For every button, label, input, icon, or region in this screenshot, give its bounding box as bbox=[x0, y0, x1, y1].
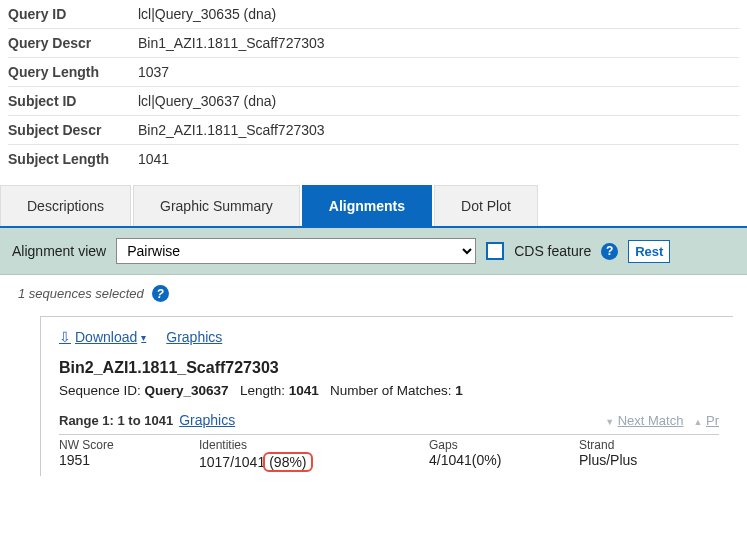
cds-feature-checkbox[interactable] bbox=[486, 242, 504, 260]
length-label: Length: bbox=[240, 383, 289, 398]
alignment-view-label: Alignment view bbox=[12, 243, 106, 259]
stat-gaps: Gaps 4/1041(0%) bbox=[429, 438, 579, 472]
subject-descr-value: Bin2_AZI1.1811_Scaff727303 bbox=[138, 122, 739, 138]
download-link[interactable]: ⇩ Download ▾ bbox=[59, 329, 146, 345]
meta-row-subject-id: Subject ID lcl|Query_30637 (dna) bbox=[8, 87, 739, 116]
subject-id-label: Subject ID bbox=[8, 93, 138, 109]
identities-fraction: 1017/1041 bbox=[199, 454, 265, 470]
tabs: Descriptions Graphic Summary Alignments … bbox=[0, 185, 747, 228]
next-match-group: ▼ Next Match bbox=[605, 413, 683, 428]
sequence-meta: Sequence ID: Query_30637 Length: 1041 Nu… bbox=[59, 383, 719, 398]
strand-label: Strand bbox=[579, 438, 719, 452]
matches-value: 1 bbox=[455, 383, 463, 398]
length-value: 1041 bbox=[289, 383, 319, 398]
cds-feature-label: CDS feature bbox=[514, 243, 591, 259]
alignment-stats: NW Score 1951 Identities 1017/1041(98%) … bbox=[59, 434, 719, 472]
meta-row-subject-descr: Subject Descr Bin2_AZI1.1811_Scaff727303 bbox=[8, 116, 739, 145]
query-id-label: Query ID bbox=[8, 6, 138, 22]
metadata-table: Query ID lcl|Query_30635 (dna) Query Des… bbox=[0, 0, 747, 185]
download-icon: ⇩ bbox=[59, 329, 71, 345]
nw-score-value: 1951 bbox=[59, 452, 199, 468]
restore-button[interactable]: Rest bbox=[628, 240, 670, 263]
matches-label: Number of Matches: bbox=[330, 383, 455, 398]
query-length-label: Query Length bbox=[8, 64, 138, 80]
next-match-link[interactable]: Next Match bbox=[618, 413, 684, 428]
stat-nw-score: NW Score 1951 bbox=[59, 438, 199, 472]
tab-graphic-summary[interactable]: Graphic Summary bbox=[133, 185, 300, 226]
meta-row-query-descr: Query Descr Bin1_AZI1.1811_Scaff727303 bbox=[8, 29, 739, 58]
prev-match-group: ▲ Pr bbox=[693, 413, 719, 428]
identities-label: Identities bbox=[199, 438, 429, 452]
gaps-label: Gaps bbox=[429, 438, 579, 452]
range-graphics-link[interactable]: Graphics bbox=[179, 412, 235, 428]
query-length-value: 1037 bbox=[138, 64, 739, 80]
nw-score-label: NW Score bbox=[59, 438, 199, 452]
tab-alignments[interactable]: Alignments bbox=[302, 185, 432, 226]
range-row: Range 1: 1 to 1041 Graphics ▼ Next Match… bbox=[59, 412, 719, 428]
query-id-value: lcl|Query_30635 (dna) bbox=[138, 6, 739, 22]
stat-strand: Strand Plus/Plus bbox=[579, 438, 719, 472]
sequence-title: Bin2_AZI1.1811_Scaff727303 bbox=[59, 359, 719, 377]
alignment-view-select[interactable]: Pairwise bbox=[116, 238, 476, 264]
gaps-value: 4/1041(0%) bbox=[429, 452, 579, 468]
subject-descr-label: Subject Descr bbox=[8, 122, 138, 138]
seqid-value: Query_30637 bbox=[145, 383, 229, 398]
alignment-result: ⇩ Download ▾ Graphics Bin2_AZI1.1811_Sca… bbox=[40, 316, 733, 476]
query-descr-value: Bin1_AZI1.1811_Scaff727303 bbox=[138, 35, 739, 51]
subject-length-label: Subject Length bbox=[8, 151, 138, 167]
sequences-selected-text: 1 sequences selected bbox=[18, 286, 144, 301]
seqid-label: Sequence ID: bbox=[59, 383, 145, 398]
chevron-down-icon: ▾ bbox=[141, 332, 146, 343]
subject-length-value: 1041 bbox=[138, 151, 739, 167]
match-nav: ▼ Next Match ▲ Pr bbox=[605, 413, 719, 428]
alignment-view-bar: Alignment view Pairwise CDS feature ? Re… bbox=[0, 228, 747, 275]
graphics-link[interactable]: Graphics bbox=[166, 329, 222, 345]
query-descr-label: Query Descr bbox=[8, 35, 138, 51]
identities-percent-highlight: (98%) bbox=[263, 452, 312, 472]
result-links: ⇩ Download ▾ Graphics bbox=[59, 329, 719, 345]
meta-row-query-id: Query ID lcl|Query_30635 (dna) bbox=[8, 0, 739, 29]
download-label: Download bbox=[75, 329, 137, 345]
triangle-up-icon: ▲ bbox=[693, 417, 702, 427]
meta-row-subject-length: Subject Length 1041 bbox=[8, 145, 739, 173]
help-icon[interactable]: ? bbox=[601, 243, 618, 260]
prev-match-link[interactable]: Pr bbox=[706, 413, 719, 428]
meta-row-query-length: Query Length 1037 bbox=[8, 58, 739, 87]
help-icon[interactable]: ? bbox=[152, 285, 169, 302]
identities-value: 1017/1041(98%) bbox=[199, 452, 429, 472]
sequences-selected-bar: 1 sequences selected ? bbox=[0, 275, 747, 312]
tab-descriptions[interactable]: Descriptions bbox=[0, 185, 131, 226]
range-label: Range 1: 1 to 1041 bbox=[59, 413, 173, 428]
tab-dot-plot[interactable]: Dot Plot bbox=[434, 185, 538, 226]
subject-id-value: lcl|Query_30637 (dna) bbox=[138, 93, 739, 109]
stat-identities: Identities 1017/1041(98%) bbox=[199, 438, 429, 472]
triangle-down-icon: ▼ bbox=[605, 417, 614, 427]
strand-value: Plus/Plus bbox=[579, 452, 719, 468]
